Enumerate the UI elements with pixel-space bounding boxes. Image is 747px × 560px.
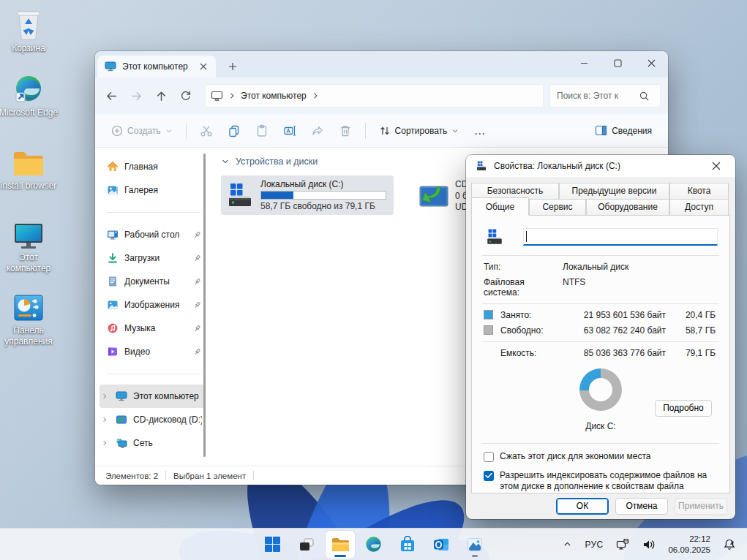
store-icon [399, 536, 416, 553]
expand-chevron-icon[interactable] [100, 416, 110, 423]
up-button[interactable] [149, 84, 173, 107]
close-button[interactable] [634, 51, 668, 75]
tab-security[interactable]: Безопасность [471, 183, 559, 199]
start-button[interactable] [258, 531, 288, 559]
share-button[interactable] [305, 119, 330, 143]
copy-button[interactable] [222, 119, 247, 143]
tab-title: Этот компьютер [122, 61, 191, 72]
check-icon [485, 472, 492, 479]
maximize-button[interactable] [601, 51, 634, 75]
language-indicator[interactable]: РУС [580, 531, 609, 558]
file-system-value: NTFS [563, 277, 585, 298]
rename-icon [283, 124, 296, 137]
back-button[interactable] [100, 84, 123, 107]
tab-close-icon[interactable] [197, 60, 210, 73]
more-button[interactable]: … [468, 119, 492, 143]
desktop-icon-recycle-bin[interactable]: Корзина [0, 9, 60, 54]
clock[interactable]: 22:12 06.09.2025 [664, 534, 715, 556]
search-input[interactable] [557, 91, 639, 101]
sidebar-item-pictures[interactable]: Изображения [100, 293, 205, 317]
volume-icon[interactable] [637, 531, 661, 558]
desktop-icon-install-browser-folder[interactable]: install browser [0, 149, 60, 192]
expand-chevron-icon[interactable] [100, 393, 110, 400]
sidebar-item-cd-drive[interactable]: CD-дисковод (D:) [100, 408, 205, 431]
compress-checkbox-row[interactable]: Сжать этот диск для экономии места [484, 451, 718, 463]
address-bar[interactable]: Этот компьютер [205, 84, 544, 107]
drive-c-tile[interactable]: Локальный диск (C:) 58,7 ГБ свободно из … [221, 175, 394, 215]
cd-drive-icon [418, 183, 449, 209]
delete-button[interactable] [333, 119, 358, 143]
pin-icon [192, 300, 202, 310]
tab-previous-versions[interactable]: Предыдущие версии [559, 183, 669, 199]
network-icon[interactable] [611, 531, 634, 558]
minimize-button[interactable] [567, 51, 601, 75]
new-tab-button[interactable] [222, 57, 244, 76]
chevron-down-icon [221, 157, 230, 166]
desktop-icon-this-pc[interactable]: Этот компьютер [0, 221, 60, 274]
sort-button[interactable]: Сортировать [373, 121, 465, 141]
windows-logo-icon [264, 536, 281, 553]
outlook-button[interactable] [427, 531, 456, 559]
cancel-button[interactable]: Отмена [615, 498, 668, 515]
rename-button[interactable] [277, 119, 302, 143]
cut-button[interactable] [194, 119, 219, 143]
new-button[interactable]: Создать [105, 121, 179, 141]
index-checkbox[interactable] [484, 471, 494, 481]
general-tab-page: Тип:Локальный диск Файловая система:NTFS… [471, 215, 730, 493]
text-caret [526, 231, 527, 242]
tab-hardware[interactable]: Оборудование [586, 199, 669, 216]
chevron-right-icon[interactable] [311, 91, 320, 100]
sidebar-item-music[interactable]: Музыка [100, 317, 205, 340]
volume-label-input[interactable] [523, 228, 718, 246]
document-icon [107, 276, 119, 287]
compress-checkbox[interactable] [484, 452, 494, 462]
gallery-icon [107, 184, 119, 196]
breadcrumb[interactable]: Этот компьютер [241, 91, 307, 101]
paste-button[interactable] [249, 119, 274, 143]
share-icon [311, 124, 324, 137]
local-disk-icon [484, 227, 506, 246]
sidebar-item-documents[interactable]: Документы [100, 270, 205, 293]
task-view-button[interactable] [292, 531, 321, 559]
desktop-icon-microsoft-edge[interactable]: Microsoft Edge [0, 73, 60, 118]
details-button[interactable]: Подробно [655, 400, 712, 417]
index-checkbox-row[interactable]: Разрешить индексировать содержимое файло… [484, 470, 718, 493]
tray-chevron-up[interactable] [558, 531, 577, 558]
refresh-button[interactable] [174, 84, 198, 107]
details-pane-button[interactable]: Сведения [589, 121, 658, 140]
pin-icon [192, 230, 202, 240]
search-box[interactable] [549, 84, 661, 107]
photos-button[interactable] [460, 531, 489, 559]
capacity-row: Емкость: 85 036 363 776 байт 79,1 ГБ [484, 348, 718, 358]
sidebar-item-this-pc[interactable]: Этот компьютер [100, 385, 205, 408]
sidebar-item-gallery[interactable]: Галерея [100, 178, 205, 202]
dialog-title-bar: Свойства: Локальный диск (C:) [466, 155, 735, 177]
expand-chevron-icon[interactable] [100, 439, 110, 447]
sidebar-item-network[interactable]: Сеть [100, 431, 205, 455]
notification-bell-icon[interactable] [718, 531, 741, 558]
sidebar-item-downloads[interactable]: Загрузки [100, 246, 205, 270]
sidebar-item-home[interactable]: Главная [100, 155, 205, 178]
edge-button[interactable] [359, 531, 388, 559]
tab-tools[interactable]: Сервис [529, 199, 586, 216]
search-icon[interactable] [639, 91, 650, 102]
tab-sharing[interactable]: Доступ [669, 199, 729, 216]
file-explorer-icon [331, 536, 350, 553]
dialog-close-button[interactable] [702, 156, 731, 176]
desktop-icon-control-panel[interactable]: Панель управления [0, 292, 60, 347]
copy-icon [228, 124, 241, 137]
microsoft-store-button[interactable] [393, 531, 422, 559]
file-explorer-button[interactable] [326, 531, 355, 559]
tab-general[interactable]: Общие [471, 197, 529, 216]
sidebar-scrollbar[interactable] [203, 154, 206, 457]
tab-quota[interactable]: Квота [669, 183, 729, 199]
tab-this-pc[interactable]: Этот компьютер [97, 56, 216, 77]
sidebar-item-videos[interactable]: Видео [100, 340, 205, 363]
recycle-bin-icon [13, 9, 44, 41]
forward-button[interactable] [124, 84, 148, 107]
control-panel-icon [12, 292, 45, 323]
ok-button[interactable]: ОК [556, 498, 609, 515]
apply-button[interactable]: Применить [675, 498, 727, 515]
sidebar-item-desktop[interactable]: Рабочий стол [100, 223, 205, 246]
items-count: Элементов: 2 [105, 472, 158, 480]
